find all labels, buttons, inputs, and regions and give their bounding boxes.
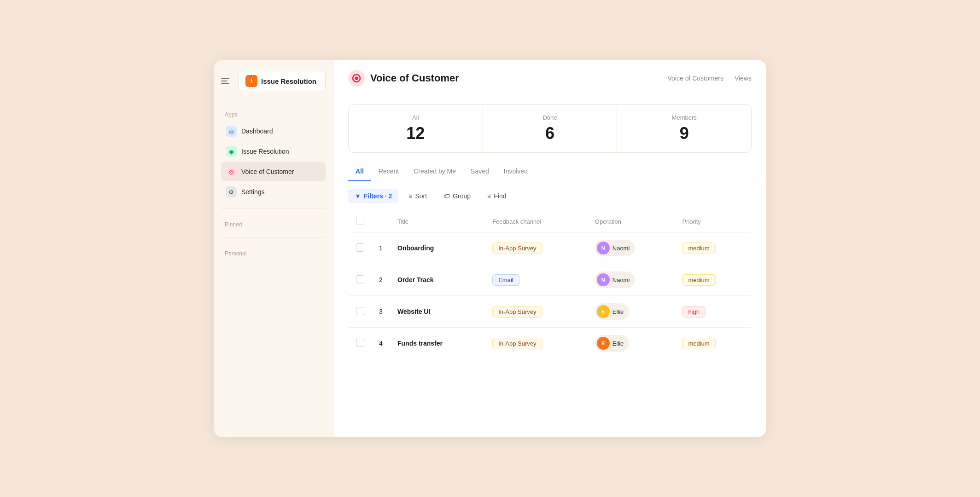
stat-members-label: Members — [630, 114, 738, 121]
sidebar-header: I Issue Resolution — [221, 71, 326, 91]
priority-badge: medium — [682, 274, 715, 286]
th-operation: Operation — [588, 211, 675, 232]
dashboard-icon: ◎ — [226, 126, 237, 137]
row-checkbox-cell — [349, 232, 372, 264]
header-left: Voice of Customer — [348, 70, 459, 87]
tab-involved[interactable]: Involved — [496, 162, 535, 181]
svg-point-1 — [355, 77, 358, 80]
stat-members-value: 9 — [630, 124, 738, 143]
group-label: Group — [453, 192, 471, 200]
sidebar-item-dashboard[interactable]: ◎ Dashboard — [221, 121, 326, 141]
row-channel: In-App Survey — [485, 328, 588, 359]
row-title[interactable]: Order Track — [390, 264, 485, 296]
sort-button[interactable]: ≡ Sort — [402, 189, 433, 203]
row-checkbox[interactable] — [356, 339, 364, 347]
workspace-name: Issue Resolution — [261, 77, 316, 85]
row-title[interactable]: Funds transfer — [390, 328, 485, 359]
menu-icon[interactable] — [221, 75, 234, 87]
stat-all-value: 12 — [362, 124, 470, 143]
table-row: 3 Website UI In-App Survey E Ellie high — [349, 296, 752, 328]
issue-resolution-icon: ◉ — [226, 146, 237, 157]
row-assignee-cell: N Naomi — [588, 264, 675, 296]
th-title: Title — [390, 211, 485, 232]
sidebar-item-settings-label: Settings — [241, 188, 265, 196]
th-num — [372, 211, 390, 232]
personal-section-label: Personal — [221, 250, 326, 257]
avatar: E — [597, 337, 610, 350]
row-priority-cell: medium — [675, 328, 751, 359]
group-button[interactable]: 🏷 Group — [437, 189, 477, 203]
assignee-name: Naomi — [612, 245, 630, 252]
row-checkbox[interactable] — [356, 243, 364, 252]
channel-badge: Email — [492, 274, 519, 286]
sidebar-item-settings[interactable]: ⚙ Settings — [221, 182, 326, 202]
row-number: 1 — [372, 232, 390, 264]
channel-badge: In-App Survey — [492, 243, 542, 254]
row-title[interactable]: Website UI — [390, 296, 485, 328]
workspace-button[interactable]: I Issue Resolution — [239, 71, 326, 91]
th-priority: Priority — [675, 211, 751, 232]
assignee-name: Naomi — [612, 277, 630, 283]
assignee[interactable]: N Naomi — [595, 272, 636, 288]
main-content: Voice of Customer Voice of Customers Vie… — [333, 60, 766, 437]
tab-all[interactable]: All — [348, 162, 371, 181]
stat-all-label: All — [362, 114, 470, 121]
assignee[interactable]: N Naomi — [595, 240, 636, 256]
sidebar-item-issue-resolution[interactable]: ◉ Issue Resolution — [221, 142, 326, 161]
stat-done[interactable]: Done 6 — [483, 105, 618, 152]
toolbar: ▼ Filters · 2 ≡ Sort 🏷 Group ≡ Find — [333, 181, 766, 211]
apps-section-label: Apps — [221, 111, 326, 118]
channel-badge: In-App Survey — [492, 306, 542, 318]
select-all-checkbox[interactable] — [356, 217, 364, 225]
row-title[interactable]: Onboarding — [390, 232, 485, 264]
nav-views[interactable]: Views — [735, 75, 752, 82]
row-checkbox[interactable] — [356, 275, 364, 283]
row-channel: In-App Survey — [485, 296, 588, 328]
row-checkbox[interactable] — [356, 307, 364, 315]
table-row: 4 Funds transfer In-App Survey E Ellie m… — [349, 328, 752, 359]
row-channel: In-App Survey — [485, 232, 588, 264]
filter-icon: ▼ — [355, 192, 361, 200]
voice-of-customer-icon: ◎ — [226, 166, 237, 177]
table-header-row: Title Feedback channel Operation Priorit… — [349, 211, 752, 232]
row-checkbox-cell — [349, 328, 372, 359]
row-assignee-cell: E Ellie — [588, 328, 675, 359]
header-nav: Voice of Customers Views — [668, 75, 752, 82]
find-icon: ≡ — [487, 192, 491, 200]
divider-2 — [221, 237, 326, 237]
assignee-name: Ellie — [612, 340, 624, 347]
pinned-section-label: Pinned — [221, 221, 326, 228]
avatar: E — [597, 305, 610, 318]
row-number: 3 — [372, 296, 390, 328]
filter-label: Filters · 2 — [364, 192, 392, 200]
row-checkbox-cell — [349, 296, 372, 328]
sidebar: I Issue Resolution Apps ◎ Dashboard ◉ Is… — [214, 60, 333, 437]
row-assignee-cell: E Ellie — [588, 296, 675, 328]
filter-button[interactable]: ▼ Filters · 2 — [348, 189, 398, 203]
priority-badge: medium — [682, 338, 715, 349]
assignee[interactable]: E Ellie — [595, 335, 630, 352]
row-priority-cell: medium — [675, 264, 751, 296]
stat-all[interactable]: All 12 — [349, 105, 483, 152]
tab-created-by-me[interactable]: Created by Me — [406, 162, 463, 181]
logo-icon — [352, 74, 361, 83]
sidebar-item-voice-of-customer[interactable]: ◎ Voice of Customer — [221, 162, 326, 181]
assignee-name: Ellie — [612, 308, 624, 315]
stat-done-value: 6 — [496, 124, 604, 143]
row-priority-cell: medium — [675, 232, 751, 264]
priority-badge: high — [682, 306, 706, 318]
stat-members[interactable]: Members 9 — [617, 105, 751, 152]
row-number: 2 — [372, 264, 390, 296]
main-header: Voice of Customer Voice of Customers Vie… — [333, 60, 766, 95]
tab-recent[interactable]: Recent — [371, 162, 406, 181]
find-button[interactable]: ≡ Find — [481, 189, 513, 203]
nav-voice-of-customers[interactable]: Voice of Customers — [668, 75, 723, 82]
tab-saved[interactable]: Saved — [463, 162, 496, 181]
sidebar-item-dashboard-label: Dashboard — [241, 127, 273, 135]
th-channel: Feedback channel — [485, 211, 588, 232]
sidebar-item-voice-of-customer-label: Voice of Customer — [241, 168, 294, 175]
table-row: 2 Order Track Email N Naomi medium — [349, 264, 752, 296]
table-container: Title Feedback channel Operation Priorit… — [333, 211, 766, 437]
avatar: N — [597, 273, 610, 286]
assignee[interactable]: E Ellie — [595, 303, 630, 320]
